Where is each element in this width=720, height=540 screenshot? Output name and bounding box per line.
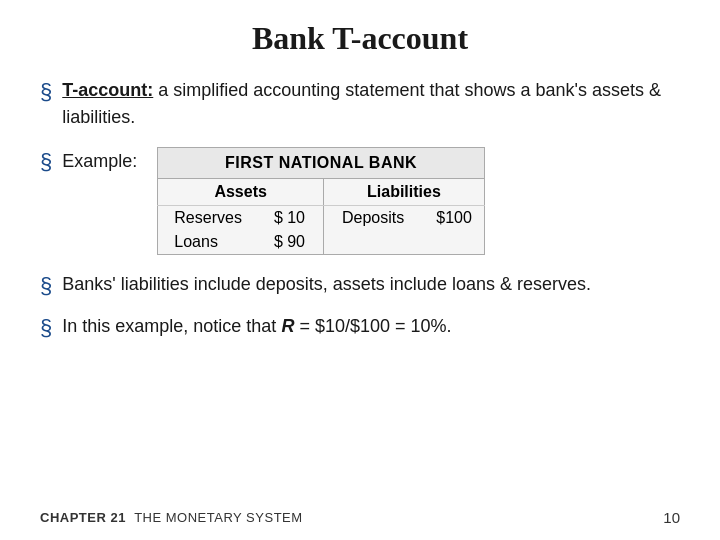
- bullet-4-r-var: R: [281, 316, 294, 336]
- footer-subtitle: THE MONETARY SYSTEM: [134, 510, 302, 525]
- bank-name-row: FIRST NATIONAL BANK: [158, 148, 485, 179]
- slide-title: Bank T-account: [40, 20, 680, 57]
- bullet-icon-3: §: [40, 273, 52, 299]
- bullet-1-rest: a simplified accounting statement that s…: [62, 80, 661, 127]
- row1-liabilities-val: $100: [420, 206, 484, 231]
- row2-liabilities-val: [420, 230, 484, 255]
- row1-assets-val: $ 10: [258, 206, 324, 231]
- example-label-text: Example:: [62, 151, 137, 172]
- footer-chapter: CHAPTER 21: [40, 510, 126, 525]
- liabilities-header: Liabilities: [324, 179, 485, 206]
- t-account-table: FIRST NATIONAL BANK Assets Liabilities R…: [157, 147, 485, 255]
- table-row-1: Reserves $ 10 Deposits $100: [158, 206, 485, 231]
- term-t-account: T-account:: [62, 80, 153, 100]
- bullet-1-text: T-account: a simplified accounting state…: [62, 77, 680, 131]
- footer-left: CHAPTER 21 THE MONETARY SYSTEM: [40, 510, 303, 525]
- assets-header: Assets: [158, 179, 324, 206]
- footer-page: 10: [663, 509, 680, 526]
- bullet-icon-2: §: [40, 149, 52, 175]
- bullet-4: § In this example, notice that R = $10/$…: [40, 313, 680, 341]
- bullet-icon-1: §: [40, 79, 52, 105]
- slide-container: Bank T-account § T-account: a simplified…: [0, 0, 720, 540]
- bullet-4-text: In this example, notice that R = $10/$10…: [62, 313, 451, 340]
- row1-label: Reserves: [158, 206, 258, 231]
- row1-liabilities-label: Deposits: [324, 206, 421, 231]
- footer: CHAPTER 21 THE MONETARY SYSTEM 10: [40, 509, 680, 526]
- bullet-2-row: § Example: FIRST NATIONAL BANK Assets Li…: [40, 147, 680, 255]
- bullet-icon-4: §: [40, 315, 52, 341]
- row2-liabilities-label: [324, 230, 421, 255]
- bullet-4-suffix: = $10/$100 = 10%.: [294, 316, 451, 336]
- table-row-2: Loans $ 90: [158, 230, 485, 255]
- bullet-3-text: Banks' liabilities include deposits, ass…: [62, 271, 591, 298]
- bullet-3: § Banks' liabilities include deposits, a…: [40, 271, 680, 299]
- row2-assets-val: $ 90: [258, 230, 324, 255]
- col-headers-row: Assets Liabilities: [158, 179, 485, 206]
- bullet-4-prefix: In this example, notice that: [62, 316, 281, 336]
- row2-label: Loans: [158, 230, 258, 255]
- bullet-1: § T-account: a simplified accounting sta…: [40, 77, 680, 131]
- example-label: Example:: [62, 151, 137, 172]
- bank-name-cell: FIRST NATIONAL BANK: [158, 148, 485, 179]
